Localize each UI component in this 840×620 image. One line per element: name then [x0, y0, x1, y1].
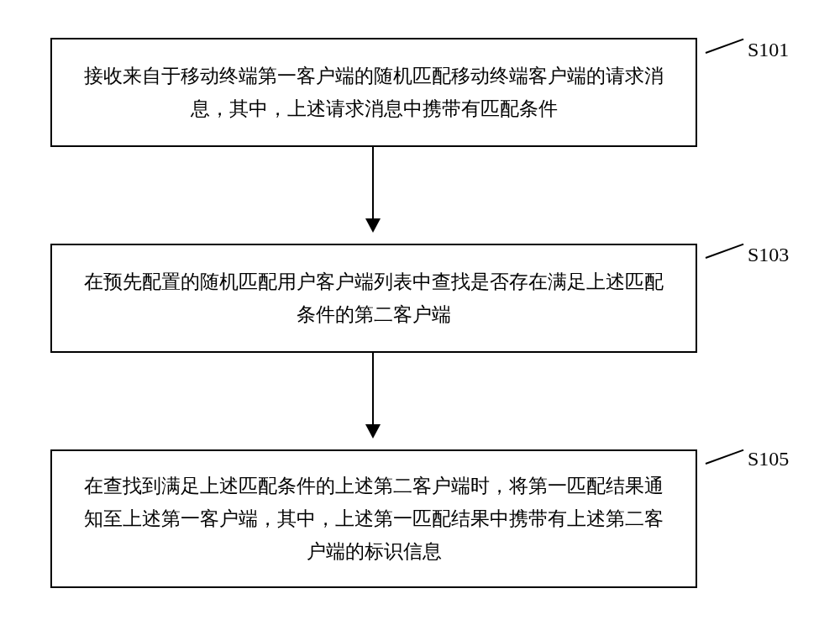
label-connector	[706, 449, 744, 465]
step-label: S101	[748, 39, 789, 61]
flow-step-text: 在预先配置的随机匹配用户客户端列表中查找是否存在满足上述匹配条件的第二客户端	[77, 265, 670, 331]
label-connector	[706, 244, 744, 259]
flowchart-diagram: 接收来自于移动终端第一客户端的随机匹配移动终端客户端的请求消息，其中，上述请求消…	[0, 0, 840, 620]
flow-step-box: 在查找到满足上述匹配条件的上述第二客户端时，将第一匹配结果通知至上述第一客户端，…	[50, 449, 697, 588]
flow-step-box: 在预先配置的随机匹配用户客户端列表中查找是否存在满足上述匹配条件的第二客户端	[50, 244, 697, 353]
step-label: S103	[748, 244, 789, 266]
flow-arrow-down	[372, 147, 374, 231]
label-connector	[706, 39, 744, 54]
flow-arrow-down	[372, 353, 374, 437]
step-label: S105	[748, 448, 789, 470]
flow-step-text: 接收来自于移动终端第一客户端的随机匹配移动终端客户端的请求消息，其中，上述请求消…	[77, 60, 670, 125]
flow-step-text: 在查找到满足上述匹配条件的上述第二客户端时，将第一匹配结果通知至上述第一客户端，…	[77, 470, 670, 568]
flow-step-box: 接收来自于移动终端第一客户端的随机匹配移动终端客户端的请求消息，其中，上述请求消…	[50, 38, 697, 147]
